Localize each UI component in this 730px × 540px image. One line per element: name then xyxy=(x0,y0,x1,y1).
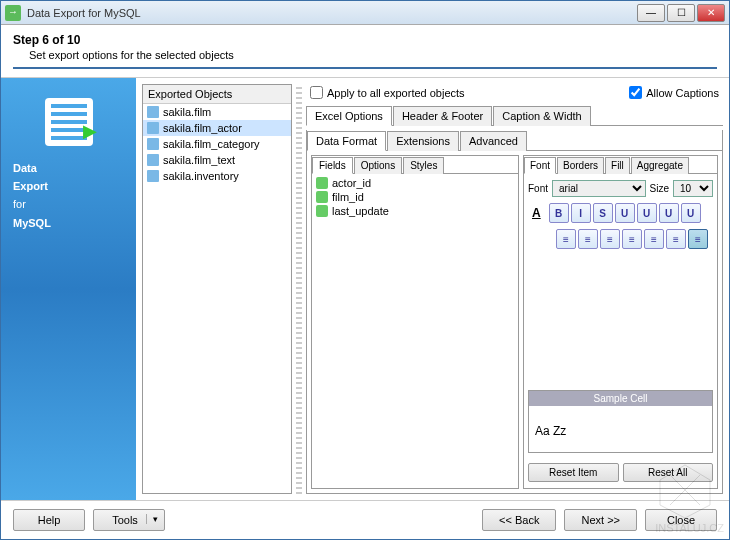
exported-objects-panel: Exported Objects sakila.filmsakila.film_… xyxy=(142,84,292,494)
object-label: sakila.film_text xyxy=(163,154,235,166)
minimize-button[interactable]: — xyxy=(637,4,665,22)
object-label: sakila.inventory xyxy=(163,170,239,182)
exported-objects-list[interactable]: sakila.filmsakila.film_actorsakila.film_… xyxy=(143,104,291,493)
object-label: sakila.film_category xyxy=(163,138,260,150)
align-btn-5[interactable]: ≡ xyxy=(666,229,686,249)
field-label: actor_id xyxy=(332,177,371,189)
tab-styles[interactable]: Styles xyxy=(403,157,444,174)
tab-fields[interactable]: Fields xyxy=(312,157,353,174)
object-item[interactable]: sakila.film_text xyxy=(143,152,291,168)
align-btn-0[interactable]: ≡ xyxy=(556,229,576,249)
tab-extensions[interactable]: Extensions xyxy=(387,131,459,151)
align-btn-1[interactable]: ≡ xyxy=(578,229,598,249)
table-icon xyxy=(147,138,159,150)
font-select[interactable]: arial xyxy=(552,180,646,197)
font-label: Font xyxy=(528,183,548,194)
object-item[interactable]: sakila.film_actor xyxy=(143,120,291,136)
format-btn-5[interactable]: U xyxy=(659,203,679,223)
maximize-button[interactable]: ☐ xyxy=(667,4,695,22)
back-button[interactable]: << Back xyxy=(482,509,556,531)
tabs-mid: Data FormatExtensionsAdvanced xyxy=(307,130,722,151)
exported-objects-header: Exported Objects xyxy=(143,85,291,104)
reset-item-button[interactable]: Reset Item xyxy=(528,463,619,482)
tab-options[interactable]: Options xyxy=(354,157,402,174)
close-footer-button[interactable]: Close xyxy=(645,509,717,531)
apply-all-checkbox[interactable]: Apply to all exported objects xyxy=(310,86,465,99)
fields-list[interactable]: actor_idfilm_idlast_update xyxy=(312,174,518,488)
tab-borders[interactable]: Borders xyxy=(557,157,604,174)
tab-font[interactable]: Font xyxy=(524,157,556,174)
field-item[interactable]: last_update xyxy=(314,204,516,218)
footer: Help Tools << Back Next >> Close xyxy=(1,500,729,539)
align-btn-3[interactable]: ≡ xyxy=(622,229,642,249)
column-icon xyxy=(316,205,328,217)
tab-caption-width[interactable]: Caption & Width xyxy=(493,106,590,126)
allow-captions-label: Allow Captions xyxy=(646,87,719,99)
splitter-handle[interactable] xyxy=(296,84,302,494)
size-select[interactable]: 10 xyxy=(673,180,713,197)
field-item[interactable]: actor_id xyxy=(314,176,516,190)
field-label: film_id xyxy=(332,191,364,203)
format-btn-1[interactable]: I xyxy=(571,203,591,223)
format-btn-0[interactable]: B xyxy=(549,203,569,223)
help-button[interactable]: Help xyxy=(13,509,85,531)
object-item[interactable]: sakila.film xyxy=(143,104,291,120)
format-btn-2[interactable]: S xyxy=(593,203,613,223)
sidebar-line4: MySQL xyxy=(13,217,51,229)
close-button[interactable]: ✕ xyxy=(697,4,725,22)
table-icon xyxy=(147,106,159,118)
table-icon xyxy=(147,170,159,182)
tools-button[interactable]: Tools xyxy=(93,509,165,531)
titlebar: Data Export for MySQL — ☐ ✕ xyxy=(1,1,729,25)
reset-all-button[interactable]: Reset All xyxy=(623,463,714,482)
wizard-sidebar: Data Export for MySQL xyxy=(1,78,136,500)
object-label: sakila.film xyxy=(163,106,211,118)
column-icon xyxy=(316,191,328,203)
window-title: Data Export for MySQL xyxy=(27,7,637,19)
tab-advanced[interactable]: Advanced xyxy=(460,131,527,151)
object-label: sakila.film_actor xyxy=(163,122,242,134)
object-item[interactable]: sakila.inventory xyxy=(143,168,291,184)
table-icon xyxy=(147,122,159,134)
tab-header-footer[interactable]: Header & Footer xyxy=(393,106,492,126)
sidebar-line3: for xyxy=(13,198,26,210)
step-header: Step 6 of 10 Set export options for the … xyxy=(1,25,729,78)
sample-header: Sample Cell xyxy=(529,391,712,406)
format-btn-3[interactable]: U xyxy=(615,203,635,223)
product-icon xyxy=(45,98,93,146)
tab-excel-options[interactable]: Excel Options xyxy=(306,106,392,126)
tab-fill[interactable]: Fill xyxy=(605,157,630,174)
step-title: Step 6 of 10 xyxy=(13,33,717,47)
next-button[interactable]: Next >> xyxy=(564,509,637,531)
align-btn-6[interactable]: ≡ xyxy=(688,229,708,249)
column-icon xyxy=(316,177,328,189)
field-label: last_update xyxy=(332,205,389,217)
tabs-top: Excel OptionsHeader & FooterCaption & Wi… xyxy=(306,105,723,126)
align-btn-4[interactable]: ≡ xyxy=(644,229,664,249)
format-btn-4[interactable]: U xyxy=(637,203,657,223)
size-label: Size xyxy=(650,183,669,194)
font-color-icon[interactable]: A xyxy=(528,206,545,220)
step-subtitle: Set export options for the selected obje… xyxy=(13,49,717,61)
format-btn-6[interactable]: U xyxy=(681,203,701,223)
field-item[interactable]: film_id xyxy=(314,190,516,204)
tab-aggregate[interactable]: Aggregate xyxy=(631,157,689,174)
tabs-font: FontBordersFillAggregate xyxy=(524,156,717,174)
sidebar-line1: Data xyxy=(13,162,37,174)
table-icon xyxy=(147,154,159,166)
sample-text: Aa Zz xyxy=(529,406,712,452)
sample-cell-box: Sample Cell Aa Zz xyxy=(528,390,713,453)
app-icon xyxy=(5,5,21,21)
tabs-fields: FieldsOptionsStyles xyxy=(312,156,518,174)
align-btn-2[interactable]: ≡ xyxy=(600,229,620,249)
allow-captions-checkbox[interactable]: Allow Captions xyxy=(629,86,719,99)
tab-data-format[interactable]: Data Format xyxy=(307,131,386,151)
object-item[interactable]: sakila.film_category xyxy=(143,136,291,152)
apply-all-label: Apply to all exported objects xyxy=(327,87,465,99)
sidebar-line2: Export xyxy=(13,180,48,192)
